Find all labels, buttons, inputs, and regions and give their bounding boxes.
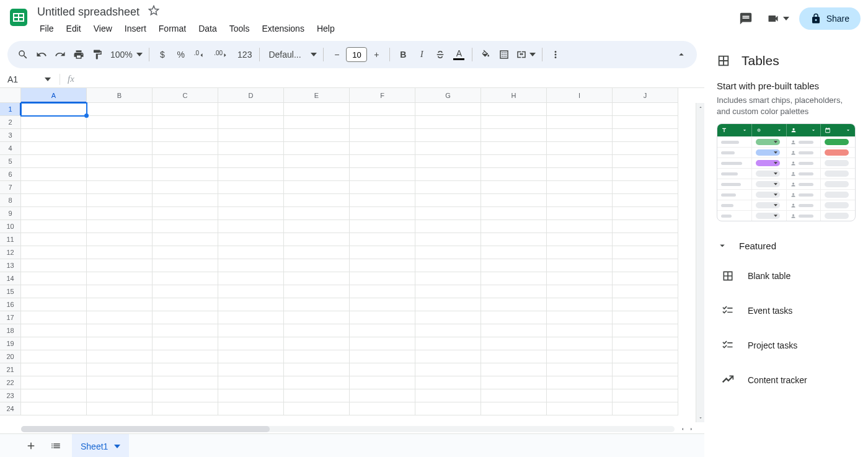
cell-J23[interactable] [613, 389, 678, 402]
cell-A18[interactable] [21, 324, 87, 337]
cell-A1[interactable] [21, 103, 87, 116]
cell-B11[interactable] [87, 233, 153, 246]
scroll-left-button[interactable] [678, 425, 687, 433]
cell-G4[interactable] [415, 142, 481, 155]
italic-button[interactable]: I [412, 45, 431, 64]
cell-I8[interactable] [547, 194, 613, 207]
cell-F7[interactable] [350, 181, 415, 194]
cell-E1[interactable] [284, 103, 350, 116]
cell-E16[interactable] [284, 298, 350, 311]
menu-tools[interactable]: Tools [224, 21, 255, 36]
cell-G8[interactable] [415, 194, 481, 207]
cell-E2[interactable] [284, 116, 350, 129]
cell-H22[interactable] [481, 376, 547, 389]
menu-edit[interactable]: Edit [61, 21, 86, 36]
cell-E21[interactable] [284, 363, 350, 376]
cell-H13[interactable] [481, 259, 547, 272]
cell-E7[interactable] [284, 181, 350, 194]
cell-G11[interactable] [415, 233, 481, 246]
table-preview[interactable] [717, 123, 856, 221]
vertical-scrollbar[interactable] [696, 103, 704, 422]
row-header-17[interactable]: 17 [0, 311, 21, 324]
cell-H3[interactable] [481, 129, 547, 142]
cell-H7[interactable] [481, 181, 547, 194]
print-button[interactable] [69, 45, 88, 64]
featured-group-header[interactable]: Featured [704, 233, 868, 259]
star-icon[interactable] [148, 5, 159, 19]
cell-E11[interactable] [284, 233, 350, 246]
cell-J22[interactable] [613, 376, 678, 389]
row-header-19[interactable]: 19 [0, 337, 21, 350]
cell-D23[interactable] [218, 389, 284, 402]
cell-D15[interactable] [218, 285, 284, 298]
cell-I4[interactable] [547, 142, 613, 155]
cell-C5[interactable] [153, 155, 218, 168]
cell-G17[interactable] [415, 311, 481, 324]
cell-H2[interactable] [481, 116, 547, 129]
cell-I7[interactable] [547, 181, 613, 194]
bold-button[interactable]: B [394, 45, 412, 64]
cell-B22[interactable] [87, 376, 153, 389]
cell-A7[interactable] [21, 181, 87, 194]
cell-H15[interactable] [481, 285, 547, 298]
cell-G20[interactable] [415, 350, 481, 363]
cell-F4[interactable] [350, 142, 415, 155]
cell-B19[interactable] [87, 337, 153, 350]
cell-B24[interactable] [87, 402, 153, 415]
merge-cells-button[interactable] [513, 45, 538, 64]
more-formats-button[interactable]: 123 [234, 45, 255, 64]
document-title[interactable]: Untitled spreadsheet [35, 6, 142, 19]
cell-A4[interactable] [21, 142, 87, 155]
cell-D9[interactable] [218, 207, 284, 220]
row-header-10[interactable]: 10 [0, 220, 21, 233]
cell-J15[interactable] [613, 285, 678, 298]
row-header-15[interactable]: 15 [0, 285, 21, 298]
cell-B7[interactable] [87, 181, 153, 194]
cell-G6[interactable] [415, 168, 481, 181]
cell-H1[interactable] [481, 103, 547, 116]
menu-help[interactable]: Help [312, 21, 340, 36]
format-percent-button[interactable]: % [172, 45, 190, 64]
menu-view[interactable]: View [89, 21, 117, 36]
cell-I5[interactable] [547, 155, 613, 168]
cell-J7[interactable] [613, 181, 678, 194]
cell-D3[interactable] [218, 129, 284, 142]
cell-F18[interactable] [350, 324, 415, 337]
cell-J11[interactable] [613, 233, 678, 246]
cell-G5[interactable] [415, 155, 481, 168]
cell-E8[interactable] [284, 194, 350, 207]
cell-J5[interactable] [613, 155, 678, 168]
cell-F5[interactable] [350, 155, 415, 168]
sheet-tab-active[interactable]: Sheet1 [72, 434, 129, 457]
cell-A20[interactable] [21, 350, 87, 363]
menu-format[interactable]: Format [154, 21, 191, 36]
cell-I18[interactable] [547, 324, 613, 337]
cell-F16[interactable] [350, 298, 415, 311]
column-header-J[interactable]: J [613, 88, 678, 103]
row-header-2[interactable]: 2 [0, 116, 21, 129]
cell-D13[interactable] [218, 259, 284, 272]
cell-I20[interactable] [547, 350, 613, 363]
cell-F19[interactable] [350, 337, 415, 350]
column-header-F[interactable]: F [350, 88, 415, 103]
cell-H4[interactable] [481, 142, 547, 155]
cell-B6[interactable] [87, 168, 153, 181]
cell-F3[interactable] [350, 129, 415, 142]
cell-D4[interactable] [218, 142, 284, 155]
cell-D20[interactable] [218, 350, 284, 363]
cell-B9[interactable] [87, 207, 153, 220]
cell-B1[interactable] [87, 103, 153, 116]
cell-I9[interactable] [547, 207, 613, 220]
cell-F6[interactable] [350, 168, 415, 181]
cell-C2[interactable] [153, 116, 218, 129]
cell-H6[interactable] [481, 168, 547, 181]
cell-E9[interactable] [284, 207, 350, 220]
increase-decimals-button[interactable]: .00 [210, 45, 234, 64]
cell-F13[interactable] [350, 259, 415, 272]
row-header-18[interactable]: 18 [0, 324, 21, 337]
cell-H8[interactable] [481, 194, 547, 207]
column-header-G[interactable]: G [415, 88, 481, 103]
paint-format-button[interactable] [88, 45, 107, 64]
cell-I11[interactable] [547, 233, 613, 246]
cell-C13[interactable] [153, 259, 218, 272]
